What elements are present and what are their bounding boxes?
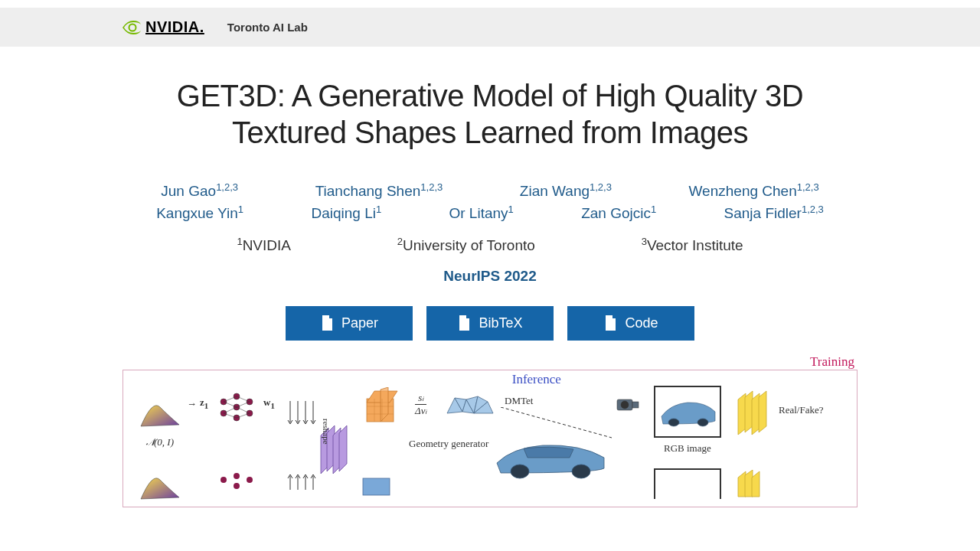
svg-rect-2: [325, 324, 330, 325]
svg-line-21: [237, 396, 250, 402]
svg-point-42: [621, 401, 629, 409]
svg-point-48: [220, 477, 227, 483]
geom-gen-label: Geometry generator: [409, 438, 488, 450]
document-icon: [320, 315, 334, 331]
svg-line-17: [224, 396, 237, 402]
button-label: Code: [625, 315, 658, 331]
author-link[interactable]: Daiqing Li1: [311, 205, 381, 221]
svg-rect-5: [462, 324, 467, 325]
svg-rect-8: [608, 324, 613, 325]
svg-line-22: [237, 402, 250, 407]
svg-point-0: [129, 24, 136, 31]
svg-line-40: [501, 407, 612, 438]
svg-rect-7: [608, 321, 613, 323]
page-title: GET3D: A Generative Model of High Qualit…: [130, 77, 850, 151]
svg-line-23: [237, 407, 250, 413]
authors-row-2: Kangxue Yin1 Daiqing Li1 Or Litany1 Zan …: [122, 203, 858, 221]
authors-row-1: Jun Gao1,2,3 Tianchang Shen1,2,3 Zian Wa…: [122, 181, 858, 200]
button-label: BibTeX: [479, 315, 522, 331]
author-link[interactable]: Jun Gao1,2,3: [161, 183, 238, 199]
svg-rect-56: [363, 478, 390, 495]
svg-rect-1: [325, 321, 330, 323]
author-link[interactable]: Zan Gojcic1: [581, 205, 656, 221]
author-link[interactable]: Wenzheng Chen1,2,3: [689, 183, 819, 199]
ratio-label: sᵢ Δvᵢ: [415, 392, 426, 417]
network-icon: [217, 390, 256, 429]
affiliations: 1NVIDIA 2University of Toronto 3Vector I…: [184, 236, 796, 254]
svg-point-45: [572, 465, 590, 478]
nvidia-eye-icon: [122, 21, 141, 34]
svg-point-46: [668, 419, 679, 426]
training-label: Training: [810, 354, 854, 370]
rgb-image-box: [654, 386, 721, 438]
camera-icon: [616, 395, 640, 413]
affiliation: 2University of Toronto: [397, 236, 535, 254]
button-row: Paper BibTeX Code: [122, 306, 858, 341]
author-link[interactable]: Sanja Fidler1,2,3: [724, 205, 824, 221]
mesh-icon: [443, 390, 497, 421]
triplane-icon: [359, 387, 405, 429]
network-icon: [217, 472, 256, 495]
author-link[interactable]: Tianchang Shen1,2,3: [315, 183, 443, 199]
discriminator-icon: [734, 470, 771, 499]
author-link[interactable]: Kangxue Yin1: [156, 205, 243, 221]
arrows-icon: [286, 474, 317, 494]
car-icon: [489, 436, 612, 482]
reshape-label: reshape: [322, 419, 331, 445]
button-label: Paper: [341, 315, 378, 331]
svg-point-51: [247, 477, 253, 483]
distribution-icon: [137, 468, 183, 503]
code-button[interactable]: Code: [567, 306, 694, 341]
svg-rect-6: [462, 326, 466, 328]
svg-rect-9: [608, 326, 612, 328]
svg-point-49: [234, 473, 240, 479]
dmtet-label: DMTet: [505, 395, 533, 407]
venue-link[interactable]: NeurIPS 2022: [443, 268, 536, 284]
pipeline-figure: Training Inference 𝒩(0, I) → z1: [122, 370, 858, 507]
svg-line-18: [224, 402, 237, 407]
document-icon: [457, 315, 471, 331]
distribution-icon: [137, 396, 183, 430]
lab-link[interactable]: Toronto AI Lab: [227, 21, 308, 34]
svg-line-19: [224, 407, 237, 413]
svg-rect-3: [325, 326, 328, 328]
author-link[interactable]: Or Litany1: [449, 205, 513, 221]
svg-point-44: [511, 465, 529, 478]
triplane-icon: [359, 474, 397, 497]
svg-rect-43: [632, 402, 639, 408]
bibtex-button[interactable]: BibTeX: [426, 306, 554, 341]
svg-rect-4: [462, 321, 467, 323]
brand-text: NVIDIA.: [145, 18, 204, 36]
svg-point-47: [697, 419, 708, 426]
discriminator-icon: [734, 390, 771, 436]
image-box-partial: [654, 468, 721, 499]
figure-box: Inference 𝒩(0, I) → z1: [122, 370, 858, 507]
author-link[interactable]: Zian Wang1,2,3: [520, 183, 612, 199]
document-icon: [603, 315, 617, 331]
arrows-icon: [286, 399, 317, 430]
navbar: NVIDIA. Toronto AI Lab: [0, 8, 980, 47]
venue: NeurIPS 2022: [122, 268, 858, 285]
car-thumb-icon: [655, 387, 720, 436]
normal-label: 𝒩(0, I): [146, 436, 174, 448]
rgb-label: RGB image: [664, 442, 711, 455]
nvidia-logo[interactable]: NVIDIA.: [122, 18, 204, 36]
affiliation: 1NVIDIA: [237, 236, 291, 254]
svg-point-50: [234, 483, 240, 489]
realfake-label: Real/Fake?: [779, 404, 823, 416]
affiliation: 3Vector Institute: [642, 236, 743, 254]
paper-button[interactable]: Paper: [286, 306, 413, 341]
